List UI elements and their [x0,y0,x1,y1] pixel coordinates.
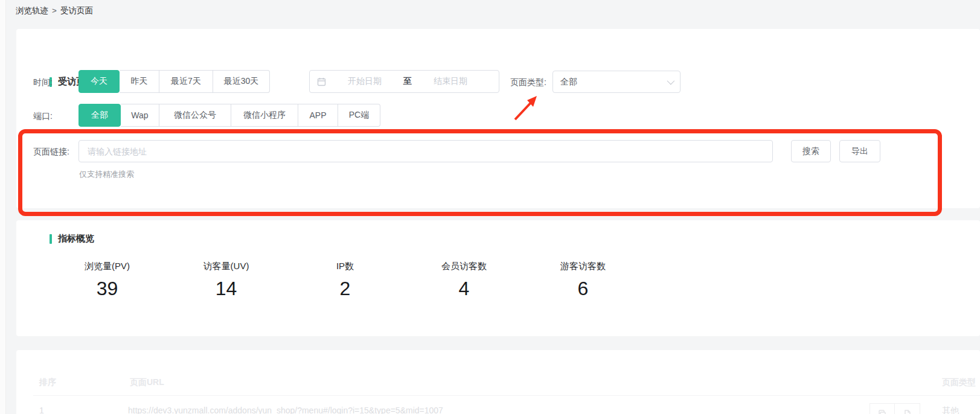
breadcrumb-item-browse-track[interactable]: 浏览轨迹 [16,6,48,15]
breadcrumb: 浏览轨迹>受访页面 [16,5,93,16]
row-url: https://dev3.yunzmall.com/addons/yun_sho… [128,406,443,414]
metrics-title: 指标概览 [58,233,94,244]
metric-member-visitors: 会员访客数 4 [405,261,524,300]
row-rank: 1 [39,406,44,414]
pages-table-card: 排序 页面URL 页面类型 1 https://dev3.yunzmall.co… [16,350,980,414]
table-header-divider [33,395,980,396]
metric-value: 39 [48,278,167,300]
calendar-icon [317,77,326,86]
page-type-label: 页面类型: [510,77,546,88]
page-type-select[interactable]: 全部 [552,71,681,93]
copy-url-button[interactable] [870,403,895,414]
metric-pv: 浏览量(PV) 39 [48,261,167,300]
document-icon [903,409,912,414]
search-button[interactable]: 搜索 [791,140,831,162]
column-header-rank: 排序 [39,377,56,388]
port-filter-wechat-official[interactable]: 微信公众号 [159,104,231,127]
port-filter-wechat-mini[interactable]: 微信小程序 [231,104,298,127]
date-range-picker[interactable]: 开始日期 至 结束日期 [309,70,499,93]
time-filter-group: 今天 昨天 最近7天 最近30天 [78,70,270,93]
search-hint-text: 仅支持精准搜索 [79,169,134,180]
metric-value: 2 [286,278,405,300]
export-button[interactable]: 导出 [839,140,880,162]
column-header-url: 页面URL [130,377,164,388]
breadcrumb-item-visited-pages: 受访页面 [60,6,93,15]
row-page-type: 其他 [942,406,959,414]
metric-value: 4 [405,278,524,300]
filter-card: 受访页面 (2021/04/02) 时间: 今天 昨天 最近7天 最近30天 开… [16,29,980,208]
time-label: 时间: [33,77,53,88]
metric-label: IP数 [286,261,405,272]
metrics-card-title: 指标概览 [50,233,94,244]
metrics-row: 浏览量(PV) 39 访客量(UV) 14 IP数 2 会员访客数 4 游客访客… [48,261,642,300]
copy-icon [877,409,887,414]
page-type-selected-value: 全部 [560,77,667,88]
port-filter-all[interactable]: 全部 [78,104,121,127]
port-label: 端口: [33,111,53,122]
metric-uv: 访客量(UV) 14 [167,261,286,300]
metrics-card: 指标概览 浏览量(PV) 39 访客量(UV) 14 IP数 2 会员访客数 4… [16,220,980,336]
metric-label: 浏览量(PV) [48,261,167,272]
page-link-label: 页面链接: [33,147,69,158]
metric-guest-visitors: 游客访客数 6 [524,261,642,300]
row-action-group [870,403,920,414]
metric-label: 会员访客数 [405,261,524,272]
collapsed-sidebar-strip [0,0,6,414]
metric-label: 游客访客数 [524,261,642,272]
start-date-input[interactable]: 开始日期 [332,76,397,87]
time-filter-last7days[interactable]: 最近7天 [159,70,213,93]
time-filter-yesterday[interactable]: 昨天 [120,70,159,93]
metric-ip: IP数 2 [286,261,405,300]
breadcrumb-separator: > [52,6,57,15]
port-filter-pc[interactable]: PC端 [338,104,380,127]
port-filter-wap[interactable]: Wap [121,104,159,127]
metric-value: 14 [167,278,286,300]
page-link-input[interactable] [78,140,773,162]
end-date-input[interactable]: 结束日期 [418,76,483,87]
metric-label: 访客量(UV) [167,261,286,272]
chevron-down-icon [667,77,675,85]
view-page-button[interactable] [895,403,920,414]
column-header-page-type: 页面类型 [942,377,976,388]
date-range-separator: 至 [403,76,412,87]
metric-value: 6 [524,278,642,300]
time-filter-today[interactable]: 今天 [78,70,120,93]
title-accent-bar [50,234,52,244]
port-filter-group: 全部 Wap 微信公众号 微信小程序 APP PC端 [78,104,380,127]
time-filter-last30days[interactable]: 最近30天 [213,70,270,93]
port-filter-app[interactable]: APP [298,104,338,127]
